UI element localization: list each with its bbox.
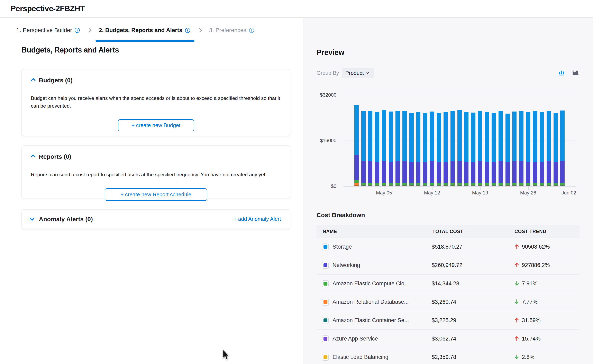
chart-bar[interactable] [478,111,482,186]
trend-arrow-icon [514,262,520,269]
chart-bar[interactable] [416,112,420,186]
chart-bar[interactable] [423,113,427,186]
x-axis-label: May 26 [512,190,545,196]
total-cost-value: $3,269.74 [432,299,514,305]
cost-breakdown-table: NAME TOTAL COST COST TREND Storage $518,… [317,225,580,364]
cost-trend-value: 31.59% [514,317,580,324]
chart-bar[interactable] [402,111,407,186]
chart-bar[interactable] [430,111,434,186]
table-row[interactable]: Networking $260,949.72 927886.2% [317,256,580,274]
bar-segment [354,180,359,183]
table-row[interactable]: Storage $518,870.27 90508.62% [317,238,580,256]
product-name: Amazon Relational Database... [333,299,409,305]
chart-bar[interactable] [451,111,455,186]
bar-segment [485,186,489,186]
bar-segment [389,186,393,186]
bar-segment [444,183,448,185]
chart-bar[interactable] [512,111,517,186]
trend-percent: 927886.2% [522,262,550,268]
chart-bar[interactable] [457,110,462,186]
bar-segment [546,186,551,186]
product-name: Amazon Elastic Container Se... [333,317,409,324]
chart-bar[interactable] [409,113,414,186]
cost-trend-value: 927886.2% [514,262,580,269]
chart-bar[interactable] [368,111,372,186]
area-chart-icon[interactable] [571,68,580,76]
chart-bar[interactable] [499,111,503,186]
add-anomaly-alert-link[interactable]: + add Anomaly Alert [233,216,281,222]
chart-bar[interactable] [375,112,379,186]
y-axis-label-32000: $32000 [312,92,336,98]
bar-segment [368,183,372,185]
chart-bar[interactable] [389,111,393,186]
trend-percent: 7.77% [522,299,538,305]
create-budget-button[interactable]: + create new Budget [118,119,194,131]
trend-arrow-icon [514,280,520,287]
column-header-name: NAME [323,229,433,234]
trend-arrow-icon [514,354,520,361]
total-cost-value: $3,225.29 [432,317,514,324]
bar-segment [354,105,359,155]
chart-bar[interactable] [492,113,496,186]
chart-bar[interactable] [444,112,448,186]
bar-segment [478,111,482,161]
page-title: Perspective-2FBZHT [11,0,85,17]
bar-segment [464,183,468,185]
bar-segment [519,183,523,185]
reports-card-title[interactable]: Reports (0) [39,153,71,160]
tab-budgets-reports-alerts[interactable]: 2. Budgets, Reports and Alerts [99,27,190,33]
tab-label: 1. Perspective Builder [16,27,72,33]
chart-bar[interactable] [526,112,530,186]
chart-bar[interactable] [519,111,523,186]
stacked-bar-chart: May 05May 12May 19May 26Jun 02 [343,95,576,186]
bar-segment [402,111,407,161]
legend-color-chip [322,243,329,250]
bar-segment [499,186,503,186]
chart-bar[interactable] [485,112,489,186]
anomaly-card-title[interactable]: Anomaly Alerts (0) [39,216,93,223]
collapse-chevron-up-icon[interactable] [31,154,36,159]
chart-bar[interactable] [471,113,475,186]
chart-bar[interactable] [546,111,551,186]
bar-segment [423,113,427,162]
bar-segment [437,113,441,162]
chart-bar[interactable] [361,111,366,186]
collapse-chevron-down-icon[interactable] [30,216,34,221]
bar-segment [499,161,503,183]
chart-bar[interactable] [354,105,359,186]
bar-segment [437,183,441,185]
product-name: Networking [333,262,360,268]
bar-segment [389,162,393,183]
tab-perspective-builder[interactable]: 1. Perspective Builder [16,27,80,33]
table-row[interactable]: Elastic Load Balancing $2,359.78 2.8% [317,348,580,364]
chart-bar[interactable] [395,111,400,186]
chart-bar[interactable] [533,111,537,186]
table-row[interactable]: Azure App Service $3,062.74 15.74% [317,330,580,348]
chart-bar[interactable] [540,112,544,186]
chart-bar[interactable] [506,114,510,186]
trend-percent: 7.91% [522,280,538,287]
chart-bar[interactable] [560,110,565,186]
chart-bar[interactable] [382,110,386,186]
table-row[interactable]: Amazon Elastic Compute Clo... $14,344.28… [317,274,580,293]
tab-preferences[interactable]: 3. Preferences [209,27,254,33]
column-chart-icon[interactable] [557,68,566,76]
budgets-card-title[interactable]: Budgets (0) [39,77,73,84]
bar-segment [451,161,455,183]
x-axis-tick [384,186,384,190]
chart-bar[interactable] [464,112,468,186]
bar-segment [409,113,414,162]
group-by-dropdown[interactable]: Product [342,68,374,78]
chart-bar[interactable] [553,113,558,186]
table-row[interactable]: Amazon Relational Database... $3,269.74 … [317,293,580,311]
cost-trend-value: 7.77% [514,299,580,306]
table-row[interactable]: Amazon Elastic Container Se... $3,225.29… [317,311,580,330]
bar-segment [492,162,496,183]
chart-bar[interactable] [437,113,441,186]
collapse-chevron-up-icon[interactable] [31,78,36,83]
create-report-button[interactable]: + create new Report schedule [105,188,207,201]
bar-segment [499,111,503,161]
bar-segment [471,183,475,185]
trend-arrow-icon [514,335,520,342]
chevron-down-icon [366,71,369,74]
